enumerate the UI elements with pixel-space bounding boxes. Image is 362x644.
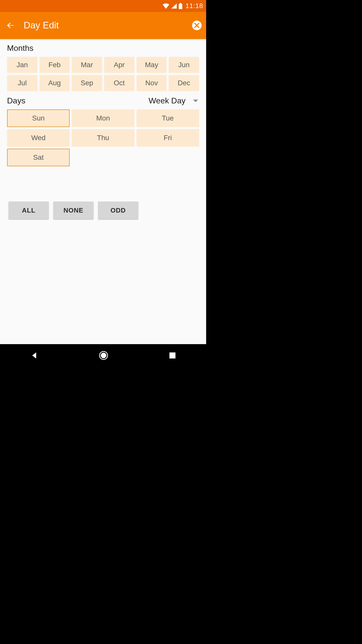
status-bar: 11:18 (0, 0, 206, 12)
content-area: Months Jan Feb Mar Apr May Jun Jul Aug S… (0, 39, 206, 344)
month-nov[interactable]: Nov (137, 75, 167, 91)
day-sat[interactable]: Sat (7, 149, 70, 166)
day-thu[interactable]: Thu (72, 129, 134, 147)
nav-home-button[interactable] (99, 350, 109, 360)
month-jan[interactable]: Jan (7, 57, 37, 73)
page-title: Day Edit (24, 20, 59, 31)
day-wed[interactable]: Wed (7, 129, 70, 147)
nav-home-icon (99, 350, 109, 360)
month-apr[interactable]: Apr (104, 57, 134, 73)
wifi-icon (162, 3, 169, 9)
odd-button[interactable]: ODD (98, 202, 138, 219)
month-may[interactable]: May (137, 57, 167, 73)
svg-point-3 (101, 353, 106, 358)
month-feb[interactable]: Feb (39, 57, 70, 73)
svg-rect-0 (180, 3, 181, 4)
chevron-down-icon (193, 100, 198, 102)
nav-recent-icon (169, 352, 176, 359)
none-button[interactable]: NONE (53, 202, 94, 219)
day-fri[interactable]: Fri (137, 129, 199, 147)
month-dec[interactable]: Dec (169, 75, 199, 91)
all-button[interactable]: ALL (9, 202, 49, 219)
nav-back-icon (30, 351, 38, 359)
day-mon[interactable]: Mon (72, 109, 134, 127)
arrow-left-icon (6, 21, 15, 30)
months-grid: Jan Feb Mar Apr May Jun Jul Aug Sep Oct … (7, 57, 199, 91)
back-button[interactable] (5, 19, 17, 31)
month-sep[interactable]: Sep (72, 75, 102, 91)
signal-icon (171, 3, 177, 9)
days-mode-value: Week Day (149, 96, 186, 105)
days-mode-dropdown[interactable]: Week Day (149, 96, 199, 105)
month-jul[interactable]: Jul (7, 75, 37, 91)
months-label: Months (7, 44, 199, 53)
app-bar: Day Edit (0, 12, 206, 39)
battery-icon (178, 3, 183, 9)
close-icon (194, 23, 199, 28)
action-row: ALL NONE ODD (9, 202, 199, 219)
close-button[interactable] (192, 21, 202, 30)
screen: 11:18 Day Edit Months Jan Feb Mar Apr Ma… (0, 0, 206, 367)
month-aug[interactable]: Aug (39, 75, 70, 91)
nav-recent-button[interactable] (169, 352, 176, 359)
nav-back-button[interactable] (30, 351, 38, 359)
month-oct[interactable]: Oct (104, 75, 134, 91)
clock-text: 11:18 (186, 2, 203, 10)
month-jun[interactable]: Jun (169, 57, 199, 73)
days-label: Days (7, 96, 25, 105)
month-mar[interactable]: Mar (72, 57, 102, 73)
day-sun[interactable]: Sun (7, 109, 70, 127)
navigation-bar (0, 344, 206, 367)
svg-rect-4 (169, 352, 175, 358)
days-grid: Sun Mon Tue Wed Thu Fri Sat (7, 109, 199, 166)
days-header-row: Days Week Day (7, 96, 199, 105)
svg-rect-1 (179, 4, 182, 9)
day-tue[interactable]: Tue (137, 109, 199, 127)
